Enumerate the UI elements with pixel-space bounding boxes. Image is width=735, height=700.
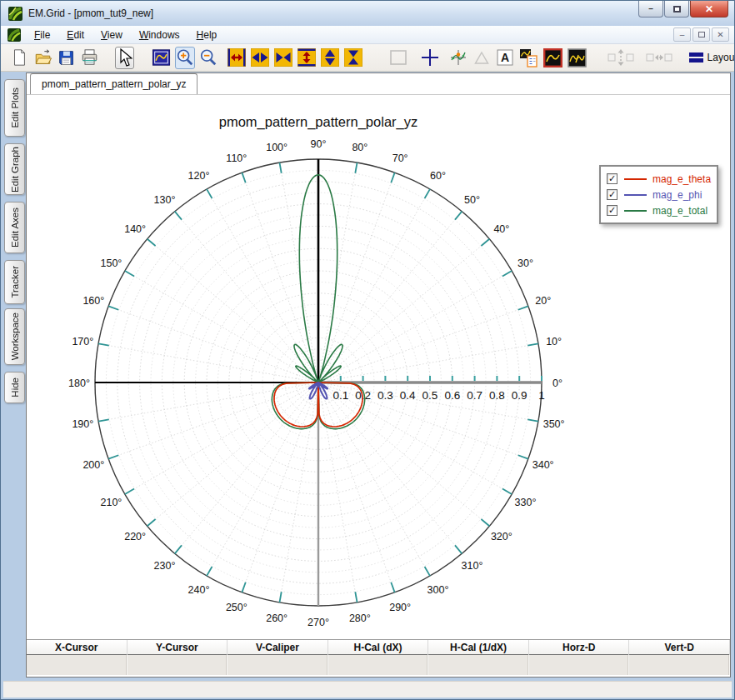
maximize-button[interactable] xyxy=(664,1,689,18)
select-rect-button xyxy=(388,47,408,69)
svg-text:210°: 210° xyxy=(101,497,122,508)
menu-item-windows[interactable]: Windows xyxy=(131,27,188,43)
chart-legend[interactable]: ✓mag_e_theta✓mag_e_phi✓mag_e_total xyxy=(599,165,718,224)
sidebar-tab-workspace[interactable]: Workspace xyxy=(4,308,25,365)
minimize-icon: – xyxy=(648,4,653,13)
svg-text:30°: 30° xyxy=(518,258,533,269)
mdi-minimize-icon: – xyxy=(680,30,685,39)
sidebar-tab-edit-graph[interactable]: Edit Graph xyxy=(4,143,25,195)
shrink-y-button[interactable] xyxy=(343,47,363,69)
svg-text:230°: 230° xyxy=(154,560,176,572)
legend-label: mag_e_phi xyxy=(652,189,702,201)
layout-button[interactable]: Layout xyxy=(689,52,734,63)
split-vertical-icon xyxy=(607,48,635,67)
cursor-col-header: Y-Cursor xyxy=(128,640,228,655)
legend-row-mag_e_theta: ✓mag_e_theta xyxy=(607,171,711,187)
sidebar-tab-label: Edit Axes xyxy=(10,208,20,248)
expand-y-button[interactable] xyxy=(297,47,317,69)
minimize-button[interactable]: – xyxy=(638,1,663,18)
svg-text:150°: 150° xyxy=(101,258,122,269)
menu-item-view[interactable]: View xyxy=(92,27,131,43)
legend-toggle-button[interactable] xyxy=(518,47,539,69)
new-file-icon xyxy=(10,48,28,67)
crosshair-button[interactable] xyxy=(420,47,440,69)
legend-line-sample xyxy=(624,194,647,196)
mdi-close-button[interactable]: ✕ xyxy=(712,28,729,42)
select-rect-icon xyxy=(389,48,408,67)
sidebar-tab-hide[interactable]: Hide xyxy=(4,372,25,403)
sidebar-tab-tracker[interactable]: Tracker xyxy=(4,260,25,304)
svg-text:240°: 240° xyxy=(188,584,210,596)
mdi-minimize-button[interactable]: – xyxy=(673,28,691,42)
svg-text:330°: 330° xyxy=(515,497,537,508)
svg-text:0.3: 0.3 xyxy=(378,389,393,402)
svg-text:40°: 40° xyxy=(493,223,509,235)
sidebar-tab-label: Edit Plots xyxy=(10,88,20,128)
svg-text:290°: 290° xyxy=(389,602,411,613)
pointer-select-button[interactable] xyxy=(115,47,134,69)
legend-label: mag_e_total xyxy=(652,205,708,217)
expand-x-button[interactable] xyxy=(227,47,247,69)
text-label-button[interactable]: A xyxy=(495,47,515,69)
legend-toggle-icon xyxy=(519,48,538,68)
print-icon xyxy=(80,48,99,67)
document-tab[interactable]: pmom_pattern_pattern_polar_yz xyxy=(30,73,198,94)
menu-item-edit[interactable]: Edit xyxy=(58,27,92,43)
toolbar: ALayout xyxy=(1,44,734,72)
sidebar-tab-label: Edit Graph xyxy=(10,147,20,192)
svg-text:0.9: 0.9 xyxy=(512,389,528,402)
legend-label: mag_e_theta xyxy=(652,173,711,185)
stretch-x-icon xyxy=(251,48,269,67)
layout-label: Layout xyxy=(708,52,734,63)
svg-text:310°: 310° xyxy=(462,560,483,572)
document-tab-label: pmom_pattern_pattern_polar_yz xyxy=(42,78,186,90)
legend-line-sample xyxy=(624,210,647,212)
multi-graph-button[interactable] xyxy=(567,47,588,69)
svg-text:A: A xyxy=(501,51,509,64)
zoom-out-button[interactable] xyxy=(198,47,218,69)
cursor-col-header: H-Cal (dX) xyxy=(328,640,429,655)
svg-text:320°: 320° xyxy=(491,531,512,542)
svg-text:0.1: 0.1 xyxy=(332,389,348,402)
document-icon xyxy=(8,28,21,42)
expand-x-icon xyxy=(228,48,246,67)
svg-text:0.4: 0.4 xyxy=(400,389,416,402)
legend-row-mag_e_phi: ✓mag_e_phi xyxy=(607,187,711,202)
svg-text:0.6: 0.6 xyxy=(444,389,460,402)
cursor-col-header: Vert-D xyxy=(629,640,730,655)
text-label-icon: A xyxy=(496,48,514,67)
svg-text:90°: 90° xyxy=(311,138,327,150)
svg-text:270°: 270° xyxy=(308,617,329,628)
restore-icon xyxy=(673,6,681,12)
legend-checkbox[interactable]: ✓ xyxy=(607,205,618,216)
tracker-button[interactable] xyxy=(448,47,468,69)
app-logo-icon xyxy=(8,7,22,21)
mdi-restore-button[interactable] xyxy=(692,28,710,42)
legend-checkbox[interactable]: ✓ xyxy=(607,173,618,184)
shrink-y-icon xyxy=(344,48,362,67)
svg-text:60°: 60° xyxy=(430,170,446,182)
sidebar-tab-edit-plots[interactable]: Edit Plots xyxy=(4,79,25,137)
shrink-x-icon xyxy=(274,48,292,67)
close-button[interactable]: ✕ xyxy=(690,1,728,18)
zoom-in-button[interactable] xyxy=(175,47,195,69)
stretch-x-button[interactable] xyxy=(250,47,270,69)
svg-text:0°: 0° xyxy=(552,378,562,389)
shrink-x-button[interactable] xyxy=(273,47,293,69)
new-file-button[interactable] xyxy=(9,47,29,69)
zoom-region-button[interactable] xyxy=(151,47,172,69)
split-horizontal-icon xyxy=(645,48,673,67)
stretch-y-button[interactable] xyxy=(320,47,340,69)
open-file-button[interactable] xyxy=(32,47,53,69)
menu-item-file[interactable]: File xyxy=(26,27,58,43)
sidebar-tab-edit-axes[interactable]: Edit Axes xyxy=(4,202,25,253)
title-bar[interactable]: EM.Grid - [pmom_tut9_new] – ✕ xyxy=(1,1,734,26)
legend-checkbox[interactable]: ✓ xyxy=(607,189,618,200)
cursor-value-cell xyxy=(27,655,128,675)
cursor-value-cell xyxy=(428,655,529,675)
save-file-button[interactable] xyxy=(57,47,76,69)
single-graph-button[interactable] xyxy=(542,47,563,69)
menu-item-help[interactable]: Help xyxy=(188,27,226,43)
stretch-y-icon xyxy=(321,48,339,67)
print-button[interactable] xyxy=(79,47,100,69)
